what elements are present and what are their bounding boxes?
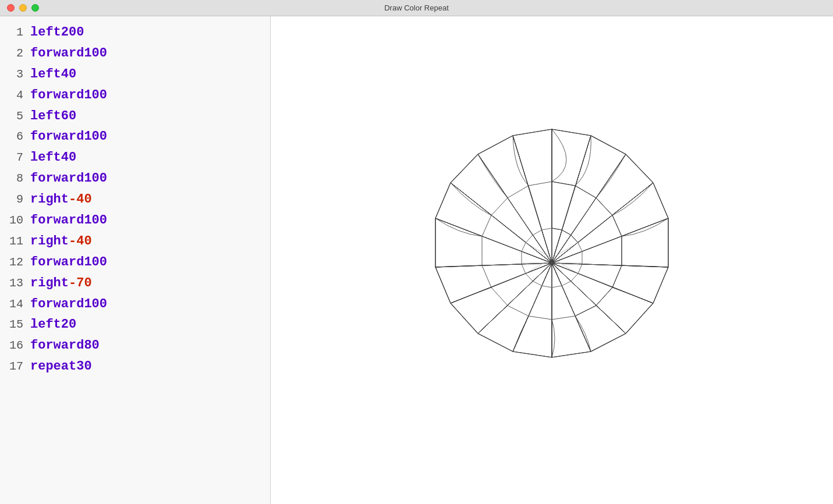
traffic-lights xyxy=(7,4,39,12)
code-value: 100 xyxy=(84,127,107,146)
code-value: 40 xyxy=(61,65,76,84)
code-keyword: left xyxy=(30,315,61,334)
svg-line-39 xyxy=(482,236,522,251)
svg-line-36 xyxy=(508,281,533,306)
code-value: 60 xyxy=(61,107,76,126)
code-line[interactable]: 3left 40 xyxy=(0,64,270,85)
code-value: -40 xyxy=(69,190,92,209)
minimize-button[interactable] xyxy=(19,4,27,12)
code-value: 100 xyxy=(84,295,107,314)
line-number: 1 xyxy=(0,24,30,41)
code-keyword: left xyxy=(30,23,61,42)
code-keyword: forward xyxy=(30,169,84,188)
maximize-button[interactable] xyxy=(31,4,39,12)
code-line[interactable]: 6forward 100 xyxy=(0,126,270,147)
code-keyword: right xyxy=(30,190,69,209)
code-value: 200 xyxy=(61,23,84,42)
code-keyword: repeat xyxy=(30,357,76,376)
code-keyword: forward xyxy=(30,127,84,146)
line-number: 15 xyxy=(0,316,30,333)
line-number: 13 xyxy=(0,275,30,292)
line-number: 14 xyxy=(0,296,30,313)
code-line[interactable]: 13right -70 xyxy=(0,273,270,294)
code-line[interactable]: 12forward 100 xyxy=(0,252,270,273)
code-line[interactable]: 9right -40 xyxy=(0,189,270,210)
code-value: 100 xyxy=(84,211,107,230)
svg-line-29 xyxy=(582,236,622,251)
svg-line-26 xyxy=(562,186,575,230)
code-value: -70 xyxy=(69,274,92,293)
line-number: 5 xyxy=(0,108,30,125)
code-value: 100 xyxy=(84,86,107,105)
code-line[interactable]: 5left 60 xyxy=(0,106,270,127)
code-value: 100 xyxy=(84,253,107,272)
line-number: 7 xyxy=(0,149,30,166)
code-line[interactable]: 1left 200 xyxy=(0,22,270,43)
code-line[interactable]: 11right -40 xyxy=(0,231,270,252)
line-number: 11 xyxy=(0,233,30,250)
code-keyword: forward xyxy=(30,86,84,105)
svg-line-40 xyxy=(491,215,526,243)
code-keyword: right xyxy=(30,232,69,251)
line-number: 12 xyxy=(0,254,30,271)
svg-line-42 xyxy=(529,186,542,230)
main-area: 1left 2002forward 1003left 404forward 10… xyxy=(0,16,833,504)
code-value: 30 xyxy=(76,357,91,376)
line-number: 9 xyxy=(0,191,30,208)
code-line[interactable]: 10forward 100 xyxy=(0,210,270,231)
code-value: 40 xyxy=(61,148,76,167)
code-line[interactable]: 8forward 100 xyxy=(0,168,270,189)
code-line[interactable]: 14forward 100 xyxy=(0,294,270,315)
line-number: 10 xyxy=(0,212,30,229)
code-value: 20 xyxy=(61,315,76,334)
code-line[interactable]: 17repeat 30 xyxy=(0,356,270,377)
line-number: 17 xyxy=(0,358,30,375)
code-value: 100 xyxy=(84,169,107,188)
code-keyword: forward xyxy=(30,336,84,355)
title-bar: Draw Color Repeat xyxy=(0,0,833,16)
svg-line-28 xyxy=(578,215,612,243)
code-line[interactable]: 16forward 80 xyxy=(0,335,270,356)
code-keyword: forward xyxy=(30,253,84,272)
code-keyword: forward xyxy=(30,44,84,63)
svg-line-31 xyxy=(578,274,612,288)
code-line[interactable]: 2forward 100 xyxy=(0,43,270,64)
code-value: -40 xyxy=(69,232,92,251)
svg-line-30 xyxy=(582,264,622,265)
code-line[interactable]: 7left 40 xyxy=(0,147,270,168)
svg-line-37 xyxy=(491,274,526,288)
svg-line-38 xyxy=(482,264,522,265)
code-keyword: left xyxy=(30,65,61,84)
code-keyword: forward xyxy=(30,211,84,230)
svg-line-35 xyxy=(529,286,542,316)
code-keyword: right xyxy=(30,274,69,293)
turtle-drawing xyxy=(389,97,715,423)
code-keyword: left xyxy=(30,148,61,167)
line-number: 2 xyxy=(0,45,30,62)
code-keyword: forward xyxy=(30,295,84,314)
code-value: 100 xyxy=(84,44,107,63)
line-number: 16 xyxy=(0,337,30,354)
close-button[interactable] xyxy=(7,4,15,12)
line-number: 4 xyxy=(0,87,30,104)
code-keyword: left xyxy=(30,107,61,126)
code-line[interactable]: 15left 20 xyxy=(0,314,270,335)
code-line[interactable]: 4forward 100 xyxy=(0,85,270,106)
line-number: 6 xyxy=(0,128,30,145)
code-value: 80 xyxy=(84,336,99,355)
window-title: Draw Color Repeat xyxy=(384,3,449,12)
line-number: 8 xyxy=(0,170,30,187)
svg-line-41 xyxy=(508,198,533,235)
canvas-panel xyxy=(271,16,833,504)
svg-line-32 xyxy=(571,281,596,306)
svg-line-33 xyxy=(562,286,575,316)
svg-line-27 xyxy=(571,198,596,235)
code-panel: 1left 2002forward 1003left 404forward 10… xyxy=(0,16,271,504)
line-number: 3 xyxy=(0,66,30,83)
